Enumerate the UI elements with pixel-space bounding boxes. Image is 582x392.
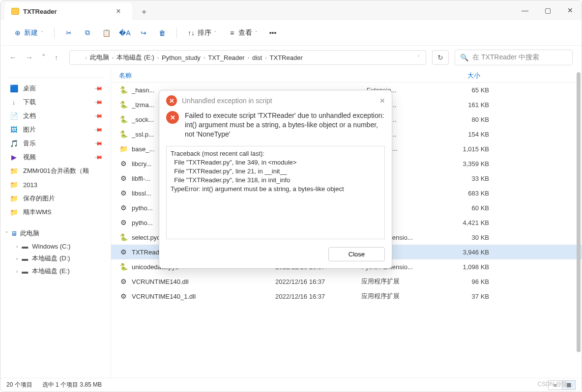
sidebar-item-label: 桌面 (23, 84, 36, 93)
separator (54, 28, 55, 38)
view-label: 查看 (238, 28, 252, 37)
copy-button[interactable]: ⧉ (79, 26, 96, 40)
file-size: 4,421 KB (445, 219, 489, 226)
scrollbar[interactable] (576, 69, 581, 378)
sidebar-item[interactable]: 🖼图片📌 (0, 123, 111, 137)
minimize-button[interactable]: — (514, 0, 536, 20)
col-name[interactable]: 名称 (119, 71, 266, 80)
refresh-button[interactable]: ↻ (432, 50, 449, 65)
pin-icon: 📌 (93, 111, 103, 120)
sidebar-item[interactable]: 📁2013 (0, 178, 111, 192)
col-size[interactable]: 大小 (436, 71, 480, 80)
forward-button[interactable]: → (26, 53, 33, 62)
file-name: VCRUNTIME140.dll (132, 278, 275, 285)
breadcrumb-item[interactable]: TXTReader (270, 54, 303, 61)
breadcrumb-item[interactable]: 本地磁盘 (E:) (116, 53, 154, 62)
error-dialog: ✕ Unhandled exception in script × ✕ Fail… (159, 90, 392, 269)
sidebar: 🟦桌面📌↓下载📌📄文档📌🖼图片📌🎵音乐📌▶视频📌📁ZMMr001合并函数（顺📁2… (0, 69, 111, 378)
sidebar-item-label: 图片 (23, 125, 36, 134)
file-size: 65 KB (445, 86, 489, 94)
sidebar-item-label: 2013 (23, 181, 37, 189)
sidebar-item[interactable]: 📁顺丰WMS (0, 205, 111, 219)
breadcrumb-item[interactable]: TXT_Reader (208, 54, 244, 61)
file-type: 应用程序扩展 (361, 277, 445, 286)
dialog-close-btn[interactable]: Close (328, 247, 385, 261)
file-icon: ⚙ (119, 248, 128, 256)
file-icon: 🐍 (119, 233, 128, 242)
address-row: ← → ˅ ↑ › 此电脑› 本地磁盘 (E:)› Python_study› … (0, 46, 582, 69)
sidebar-item[interactable]: 📄文档📌 (0, 109, 111, 123)
search-input[interactable]: 🔍 在 TXTReader 中搜索 (455, 50, 573, 65)
paste-button[interactable]: 📋 (98, 26, 115, 40)
sidebar-item[interactable]: 📁保存的图片 (0, 192, 111, 205)
recent-button[interactable]: ˅ (42, 53, 46, 62)
breadcrumb[interactable]: › 此电脑› 本地磁盘 (E:)› Python_study› TXT_Read… (69, 50, 427, 65)
file-size: 80 KB (445, 116, 489, 123)
close-window-button[interactable]: ✕ (559, 0, 582, 20)
search-placeholder: 在 TXTReader 中搜索 (472, 53, 539, 62)
file-size: 37 KB (445, 293, 489, 300)
maximize-button[interactable]: ▢ (536, 0, 559, 20)
file-size: 3,359 KB (445, 160, 489, 168)
file-icon: 🐍 (119, 85, 128, 94)
sidebar-item[interactable]: ↓下载📌 (0, 95, 111, 109)
file-size: 96 KB (445, 278, 489, 285)
more-button[interactable]: ••• (264, 26, 281, 40)
new-button[interactable]: ⊕ 新建 ˅ (9, 26, 48, 40)
separator (176, 28, 177, 38)
plus-circle-icon: ⊕ (13, 28, 22, 37)
folder-icon: ▶ (9, 153, 18, 162)
sidebar-item[interactable]: 🎵音乐📌 (0, 137, 111, 150)
chevron-down-icon: ˅ (40, 30, 44, 35)
share-button[interactable]: ↪ (135, 26, 152, 40)
drive-label: Windows (C:) (32, 243, 70, 250)
cut-button[interactable]: ✂ (60, 26, 77, 40)
more-icon: ••• (268, 28, 277, 37)
file-row[interactable]: ⚙ VCRUNTIME140.dll 2022/12/16 16:37 应用程序… (111, 274, 582, 289)
dialog-traceback[interactable]: Traceback (most recent call last): File … (166, 146, 385, 239)
sidebar-drive[interactable]: ›▬Windows (C:) (0, 241, 111, 252)
pin-icon: 📌 (93, 84, 103, 93)
sidebar-item-label: 顺丰WMS (23, 208, 52, 217)
trash-icon: 🗑 (158, 28, 167, 37)
sidebar-item[interactable]: 🟦桌面📌 (0, 82, 111, 95)
new-tab-button[interactable]: ＋ (137, 3, 151, 20)
file-icon: ⚙ (119, 189, 128, 197)
window-controls: — ▢ ✕ (514, 0, 582, 20)
file-row[interactable]: ⚙ VCRUNTIME140_1.dll 2022/12/16 16:37 应用… (111, 289, 582, 304)
sidebar-item[interactable]: ▶视频📌 (0, 150, 111, 164)
sort-label: 排序 (198, 28, 211, 37)
breadcrumb-item[interactable]: 此电脑 (90, 53, 109, 62)
rename-button[interactable]: �A (116, 26, 133, 40)
back-button[interactable]: ← (9, 53, 17, 62)
statusbar: 20 个项目 选中 1 个项目 3.85 MB ≡ ▦ CSDN @隐... (0, 378, 582, 392)
view-button[interactable]: ≡ 查看 ˅ (224, 26, 262, 40)
breadcrumb-item[interactable]: Python_study (162, 54, 201, 61)
watermark: CSDN @隐... (537, 380, 573, 389)
dialog-message: Failed to execute script 'TXTReader' due… (185, 111, 385, 139)
folder-icon: 📁 (9, 194, 18, 203)
col-date[interactable] (266, 71, 352, 80)
breadcrumb-item[interactable]: dist (252, 54, 262, 61)
file-size: 30 KB (445, 234, 489, 241)
sidebar-item-label: ZMMr001合并函数（顺 (23, 167, 89, 175)
up-button[interactable]: ↑ (55, 53, 58, 62)
file-icon: ⚙ (119, 203, 128, 212)
file-date: 2022/12/16 16:37 (275, 293, 361, 300)
col-type[interactable] (352, 71, 436, 80)
tab-close-button[interactable]: × (112, 7, 125, 16)
file-icon: ⚙ (119, 159, 128, 168)
sort-button[interactable]: ↑↓ 排序 ˅ (183, 26, 222, 40)
chevron-down-icon[interactable]: ˅ (416, 55, 421, 60)
sidebar-drive[interactable]: ›▬本地磁盘 (D:) (0, 252, 111, 265)
sidebar-item[interactable]: 📁ZMMr001合并函数（顺 (0, 164, 111, 178)
sidebar-this-pc[interactable]: ˅ 🖥 此电脑 (0, 226, 111, 241)
file-type: 应用程序扩展 (361, 292, 445, 301)
dialog-close-button[interactable]: × (379, 96, 385, 106)
folder-icon (75, 54, 83, 61)
column-headers: 名称 大小 (111, 69, 582, 83)
delete-button[interactable]: 🗑 (154, 26, 171, 40)
active-tab[interactable]: TXTReader × (4, 2, 132, 20)
sidebar-drive[interactable]: ›▬本地磁盘 (E:) (0, 265, 111, 278)
file-icon: 🐍 (119, 130, 128, 139)
